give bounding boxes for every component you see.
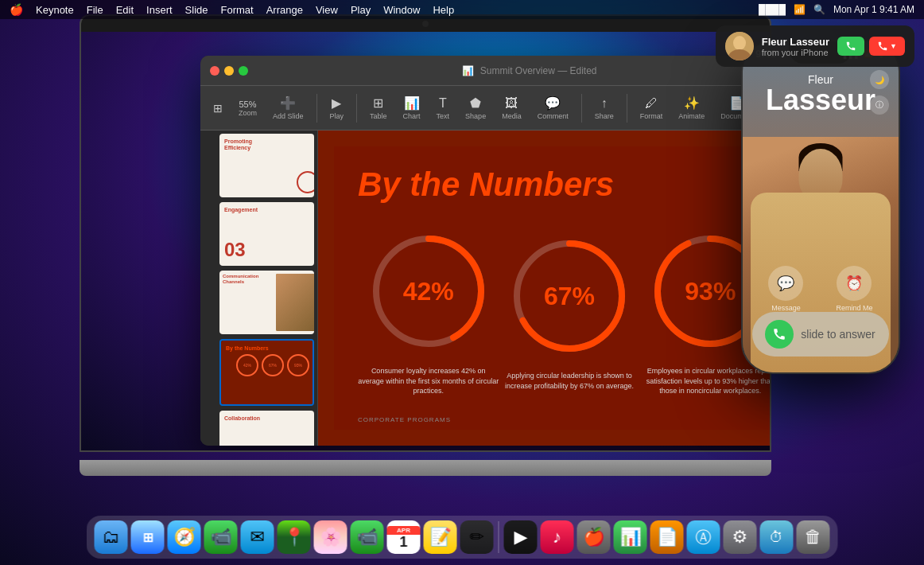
app-name[interactable]: Keynote — [36, 4, 74, 16]
toolbar-view[interactable]: ⊞ — [207, 99, 229, 118]
search-icon[interactable]: 🔍 — [813, 4, 825, 15]
dock-calendar[interactable]: APR 1 — [387, 520, 421, 554]
dock-freeform[interactable]: ✏ — [460, 520, 494, 554]
menu-help[interactable]: Help — [433, 4, 454, 16]
message-icon[interactable]: 💬 — [768, 266, 803, 301]
circle-67-desc: Applying circular leadership is shown to… — [499, 371, 639, 391]
laptop-base — [80, 460, 771, 476]
ring-42: 42% — [365, 228, 492, 355]
dock-pages[interactable]: 📄 — [650, 520, 684, 554]
remind-icon[interactable]: ⏰ — [837, 266, 872, 301]
menu-play[interactable]: Play — [351, 4, 371, 16]
fullscreen-button[interactable] — [239, 66, 248, 76]
toolbar-zoom-control[interactable]: 55% Zoom — [232, 96, 263, 120]
info-icon[interactable]: ⓘ — [870, 95, 889, 115]
dock: 🗂 ⊞ 🧭 📹 ✉ 📍 🌸 📹 APR 1 📝 ✏ ▶ ♪ 🍎 📊 📄 Ⓐ ⚙ … — [87, 516, 838, 559]
slide-heading: By the Numbers — [334, 146, 770, 204]
dock-appstore[interactable]: Ⓐ — [687, 520, 720, 554]
window-titlebar: 📊 Summit Overview — Edited — [200, 56, 770, 86]
file-icon: 📊 — [462, 65, 474, 76]
dock-finder[interactable]: 🗂 — [95, 520, 128, 554]
toolbar-play[interactable]: ▶ Play — [324, 92, 351, 123]
slide-7-preview: CommunicationChannels — [219, 271, 314, 334]
slide-6-container[interactable]: 6 Engagement 03 — [204, 202, 314, 268]
datetime: Mon Apr 1 9:41 AM — [833, 4, 914, 15]
toolbar-chart[interactable]: 📊 Chart — [397, 92, 427, 123]
apple-menu-icon[interactable]: 🍎 — [10, 3, 23, 16]
message-label: Message — [771, 304, 801, 312]
toolbar-media[interactable]: 🖼 Media — [495, 93, 528, 123]
dock-settings[interactable]: ⚙ — [724, 520, 757, 554]
slide-8-container[interactable]: 8 By the Numbers 42% 67% 93% — [204, 339, 314, 408]
close-button[interactable] — [210, 66, 219, 76]
slide-thumb-9[interactable]: Collaboration 04 — [219, 411, 314, 446]
remind-option[interactable]: ⏰ Remind Me — [836, 266, 872, 312]
call-controls: 💬 Message ⏰ Remind Me slide to answer — [743, 259, 899, 357]
dock-safari[interactable]: 🧭 — [168, 520, 201, 554]
slide-thumb-5[interactable]: PromotingEfficiency — [219, 134, 314, 197]
wifi-icon: 📶 — [794, 4, 806, 15]
slide-thumb-7[interactable]: CommunicationChannels — [219, 271, 314, 334]
main-slide: By the Numbers 42% — [334, 146, 770, 430]
slide-5-container[interactable]: 5 PromotingEfficiency — [204, 134, 314, 200]
circle-item-42: 42% Consumer loyalty increases 42% on av… — [358, 228, 499, 396]
iphone[interactable]: 9:41 ▌▌▌ 📶 🔋 🌙 ⓘ Fleur Lasseur — [741, 40, 900, 374]
toolbar-animate[interactable]: ✨ Animate — [672, 92, 711, 123]
accept-call-button[interactable] — [837, 37, 864, 56]
phone-notification[interactable]: Fleur Lasseur from your iPhone ▼ — [716, 25, 914, 67]
dock-facetime[interactable]: 📹 — [204, 520, 238, 554]
answer-phone-icon[interactable] — [765, 320, 794, 349]
screen-content: 📊 Summit Overview — Edited ⊞ 55% Zoom — [81, 32, 770, 450]
dock-music[interactable]: ♪ — [541, 520, 574, 554]
menu-format[interactable]: Format — [221, 4, 254, 16]
dock-apple-logo[interactable]: 🍎 — [577, 520, 611, 554]
svg-point-1 — [733, 36, 746, 50]
slide-thumb-8[interactable]: By the Numbers 42% 67% 93% — [219, 339, 314, 406]
slide-thumb-6[interactable]: Engagement 03 — [219, 202, 314, 266]
message-option[interactable]: 💬 Message — [768, 266, 803, 312]
toolbar-share[interactable]: ↑ Share — [588, 93, 620, 123]
caller-name: Fleur Lasseur — [762, 36, 829, 48]
edited-badge: — — [557, 65, 569, 76]
dock-trash[interactable]: 🗑 — [797, 520, 830, 554]
dock-launchpad[interactable]: ⊞ — [131, 520, 165, 554]
toolbar-comment[interactable]: 💬 Comment — [531, 92, 575, 123]
dock-screentime[interactable]: ⏱ — [760, 520, 794, 554]
traffic-lights — [210, 66, 248, 76]
window-title: 📊 Summit Overview — Edited — [248, 65, 770, 76]
dock-facetime2[interactable]: 📹 — [351, 520, 384, 554]
dock-photos[interactable]: 🌸 — [314, 520, 347, 554]
menu-edit[interactable]: Edit — [116, 4, 134, 16]
toolbar-table[interactable]: ⊞ Table — [363, 92, 394, 123]
toolbar-text[interactable]: T Text — [430, 93, 456, 123]
circle-42-desc: Consumer loyalty increases 42% on averag… — [358, 366, 499, 396]
menu-slide[interactable]: Slide — [185, 4, 208, 16]
call-quick-actions: 💬 Message ⏰ Remind Me — [752, 266, 889, 312]
slide-6-preview: Engagement 03 — [219, 202, 314, 266]
menu-arrange[interactable]: Arrange — [266, 4, 303, 16]
menu-view[interactable]: View — [316, 4, 338, 16]
slide-panel[interactable]: 5 PromotingEfficiency 6 — [200, 131, 318, 446]
keynote-canvas[interactable]: By the Numbers 42% — [318, 131, 770, 446]
menu-file[interactable]: File — [87, 4, 103, 16]
menu-window[interactable]: Window — [383, 4, 420, 16]
ring-67-label: 67% — [506, 232, 633, 360]
slide-9-container[interactable]: 9 Collaboration 04 — [204, 411, 314, 446]
toolbar-shape[interactable]: ⬟ Shape — [459, 92, 492, 123]
dock-maps[interactable]: 📍 — [278, 520, 311, 554]
decline-call-button[interactable]: ▼ — [869, 37, 905, 56]
menu-insert[interactable]: Insert — [146, 4, 173, 16]
remind-label: Remind Me — [836, 304, 872, 312]
dock-mail[interactable]: ✉ — [241, 520, 274, 554]
dock-tv[interactable]: ▶ — [504, 520, 538, 554]
dock-numbers[interactable]: 📊 — [614, 520, 647, 554]
slide-footer: CORPORATE PROGRAMS — [358, 416, 451, 423]
slide-to-answer[interactable]: slide to answer — [752, 312, 889, 357]
circle-item-67: 67% Applying circular leadership is show… — [499, 232, 639, 391]
toolbar-format[interactable]: 🖊 Format — [634, 93, 670, 123]
dock-notes[interactable]: 📝 — [424, 520, 457, 554]
toolbar-add-slide[interactable]: ➕ Add Slide — [266, 92, 310, 123]
slide-7-container[interactable]: 7 CommunicationChannels — [204, 271, 314, 337]
minimize-button[interactable] — [224, 66, 234, 76]
macbook: 📊 Summit Overview — Edited ⊞ 55% Zoom — [80, 14, 771, 476]
